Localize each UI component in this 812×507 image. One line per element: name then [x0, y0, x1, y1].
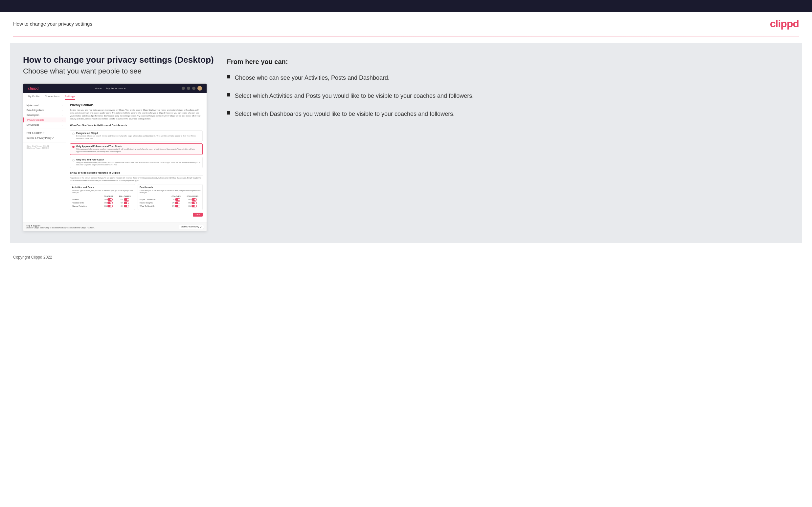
list-item: Select which Activities and Posts you wo…	[227, 92, 789, 100]
copyright: Copyright Clippd 2022	[13, 255, 52, 260]
dashboards-toggle-header: COACHES FOLLOWERS	[140, 195, 201, 197]
mockup-privacy-desc: Control how you and your data appears to…	[70, 109, 203, 120]
mockup-privacy-title: Privacy Controls	[70, 103, 203, 107]
mockup-dashboards-panel: Dashboards Select the types of activity …	[138, 184, 203, 210]
mockup-screenshot: clippd Home My Performance My Profile Co…	[23, 83, 207, 231]
mockup-sidebar-my-account[interactable]: My Account ›	[23, 103, 66, 108]
toggle-manual-coaches[interactable]	[107, 205, 113, 208]
mockup-tab-profile[interactable]: My Profile	[28, 95, 40, 100]
toggle-row-rounds: Rounds ON ON	[72, 198, 133, 201]
mockup-sidebar: My Account › Data Integrations › Subscri…	[23, 100, 66, 223]
radio-coach-only[interactable]: Only You and Your Coach Only you and the…	[70, 157, 203, 168]
radio-dot-everyone	[72, 132, 74, 135]
toggle-insights-followers[interactable]	[192, 202, 197, 204]
mockup-nav-home: Home	[95, 87, 101, 90]
bullet-text-1: Choose who can see your Activities, Post…	[235, 73, 390, 82]
chevron-right-icon: ›	[62, 114, 62, 116]
bullet-text-2: Select which Activities and Posts you wo…	[235, 92, 474, 100]
mockup-show-desc: Regardless of the privacy controls that …	[70, 177, 203, 182]
mockup-tab-connections[interactable]: Connections	[45, 95, 59, 100]
toggle-row-player-dashboard: Player Dashboard ON ON	[140, 198, 201, 201]
list-item: Select which Dashboards you would like t…	[227, 110, 789, 118]
external-link-icon: ↗	[200, 226, 202, 228]
toggle-work-coaches[interactable]	[175, 205, 180, 208]
mockup-sidebar-privacy-policy[interactable]: Service & Privacy Policy ↗	[23, 135, 66, 141]
radio-label-coach: Only You and Your Coach	[76, 159, 200, 161]
chevron-right-icon: ›	[62, 104, 62, 106]
toggle-player-followers[interactable]	[192, 198, 197, 201]
radio-dot-followers	[72, 146, 74, 148]
bullet-icon	[227, 93, 230, 97]
toggle-row-what-to-work-on: What To Work On ON ON	[140, 205, 201, 208]
bullet-icon	[227, 75, 230, 78]
radio-followers-coach[interactable]: Only Approved Followers and Your Coach O…	[70, 144, 203, 155]
header-divider	[13, 36, 799, 37]
mockup-save-row: Save	[70, 213, 203, 217]
mockup-avatar	[197, 86, 202, 91]
mockup-settings-icon	[192, 87, 195, 90]
chevron-right-icon: ›	[62, 119, 62, 121]
mockup-sidebar-golf-bag[interactable]: My Golf Bag ›	[23, 122, 66, 127]
mockup-main-panel: Privacy Controls Control how you and you…	[66, 100, 207, 223]
toggle-practice-coaches[interactable]	[107, 202, 113, 204]
dashboards-panel-desc: Select the types of activity that you'd …	[140, 190, 201, 194]
radio-desc-coach: Only you and the coaches you connect wit…	[76, 161, 200, 166]
mockup-version: Clippd Client Version: 2022.8.2SQL Serve…	[23, 144, 66, 150]
mockup-radio-group: Everyone on Clippd Everyone on Clippd ca…	[70, 130, 203, 168]
toggle-row-round-insights: Round Insights ON ON	[140, 202, 201, 204]
mockup-activities-panel: Activities and Posts Select the types of…	[70, 184, 135, 210]
sidebar-divider	[23, 129, 66, 129]
activities-toggle-header: COACHES FOLLOWERS	[72, 195, 133, 197]
mockup-help-desc: Visit our Clippd community to troublesho…	[26, 227, 95, 229]
mockup-show-title: Show or hide specific features in Clippd	[70, 171, 203, 176]
mockup-nav-icons	[182, 86, 202, 91]
mockup-visit-community-button[interactable]: Visit Our Community ↗	[179, 225, 204, 229]
toggle-insights-coaches[interactable]	[175, 202, 180, 204]
logo: clippd	[770, 18, 799, 30]
from-here-title: From here you can:	[227, 58, 789, 66]
toggle-manual-followers[interactable]	[124, 205, 129, 208]
mockup-nav-links: Home My Performance	[95, 87, 125, 90]
mockup-tab-settings[interactable]: Settings	[65, 95, 75, 100]
dashboards-panel-title: Dashboards	[140, 186, 201, 188]
list-item: Choose who can see your Activities, Post…	[227, 73, 789, 82]
toggle-rounds-coaches[interactable]	[107, 198, 113, 201]
mockup-tabs: My Profile Connections Settings	[23, 93, 207, 100]
left-panel: How to change your privacy settings (Des…	[23, 55, 214, 231]
mockup-sidebar-subscription[interactable]: Subscription ›	[23, 113, 66, 117]
toggle-work-followers[interactable]	[192, 205, 197, 208]
mockup-navbar: clippd Home My Performance	[23, 84, 207, 93]
radio-label-everyone: Everyone on Clippd	[76, 132, 200, 134]
radio-desc-everyone: Everyone on Clippd can search for you an…	[76, 135, 200, 140]
radio-label-followers: Only Approved Followers and Your Coach	[76, 145, 200, 147]
toggle-practice-followers[interactable]	[124, 202, 129, 204]
activities-panel-title: Activities and Posts	[72, 186, 133, 188]
radio-desc-followers: Only approved followers and coaches you …	[76, 148, 200, 153]
toggle-rounds-followers[interactable]	[124, 198, 129, 201]
bullet-list: Choose who can see your Activities, Post…	[227, 73, 789, 118]
mockup-nav-performance: My Performance	[106, 87, 126, 90]
mockup-grid-icon	[187, 87, 190, 90]
mockup-sidebar-privacy-controls[interactable]: Privacy Controls ›	[23, 117, 66, 122]
radio-everyone[interactable]: Everyone on Clippd Everyone on Clippd ca…	[70, 130, 203, 142]
toggle-player-coaches[interactable]	[175, 198, 180, 201]
mockup-logo: clippd	[28, 86, 39, 90]
bullet-icon	[227, 111, 230, 115]
chevron-right-icon: ›	[62, 124, 62, 126]
footer: Copyright Clippd 2022	[0, 250, 812, 265]
mockup-sidebar-data-integrations[interactable]: Data Integrations ›	[23, 108, 66, 113]
main-content: How to change your privacy settings (Des…	[10, 43, 802, 243]
mockup-sidebar-help[interactable]: Help & Support ↗	[23, 130, 66, 135]
mockup-save-button[interactable]: Save	[193, 213, 203, 217]
header-title: How to change your privacy settings	[13, 21, 92, 26]
page-subtitle: Choose what you want people to see	[23, 67, 214, 75]
mockup-body: My Account › Data Integrations › Subscri…	[23, 100, 207, 223]
page-title: How to change your privacy settings (Des…	[23, 55, 214, 65]
bullet-text-3: Select which Dashboards you would like t…	[235, 110, 455, 118]
radio-dot-coach	[72, 159, 74, 161]
top-bar	[0, 0, 812, 12]
mockup-help-section: Help & Support Visit our Clippd communit…	[23, 223, 207, 231]
mockup-who-title: Who Can See Your Activities and Dashboar…	[70, 124, 203, 128]
toggle-row-manual: Manual Activities ON ON	[72, 205, 133, 208]
mockup-search-icon	[182, 87, 185, 90]
